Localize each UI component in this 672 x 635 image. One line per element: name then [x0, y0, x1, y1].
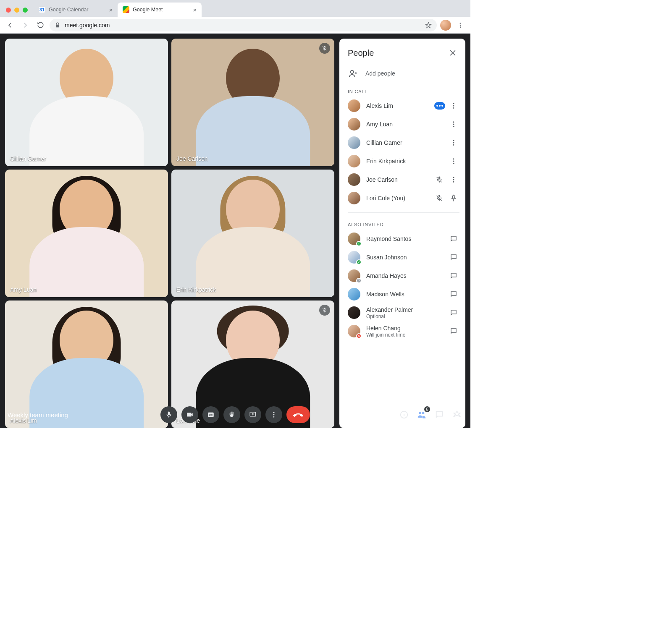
- svg-point-0: [460, 23, 461, 24]
- browser-tab-meet[interactable]: Google Meet ×: [118, 3, 202, 17]
- rsvp-yes-icon: ✓: [356, 259, 362, 265]
- participant-more-button[interactable]: [448, 174, 459, 186]
- invited-row: ✓Susan Johnson: [348, 248, 459, 267]
- svg-point-24: [273, 416, 275, 418]
- video-tile[interactable]: Joe Carlson: [171, 39, 334, 166]
- muted-icon: [433, 192, 445, 204]
- right-controls: 6: [398, 409, 463, 421]
- avatar: ✓: [348, 233, 360, 245]
- bookmark-star-icon[interactable]: [425, 22, 432, 29]
- participant-more-button[interactable]: [448, 155, 459, 167]
- tile-name-label: Joe Carlson: [176, 155, 208, 162]
- pin-button[interactable]: [448, 192, 459, 204]
- close-panel-button[interactable]: [446, 46, 459, 60]
- browser-menu-button[interactable]: [454, 19, 466, 31]
- center-controls: CC: [160, 406, 310, 423]
- svg-point-4: [453, 103, 454, 104]
- svg-point-5: [453, 105, 454, 107]
- svg-point-11: [453, 142, 454, 144]
- talking-indicator-icon: [434, 102, 445, 110]
- avatar: [348, 136, 360, 149]
- tile-name-label: Cillian Garner: [10, 155, 46, 162]
- invited-row: ✓Raymond Santos: [348, 230, 459, 248]
- chat-button[interactable]: [448, 325, 459, 337]
- lock-icon: [55, 22, 60, 28]
- captions-button[interactable]: CC: [202, 406, 219, 423]
- tile-name-label: Amy Luan: [10, 286, 37, 293]
- participant-more-button[interactable]: [448, 137, 459, 149]
- avatar: ?: [348, 269, 360, 282]
- participant-row: Joe Carlson: [348, 170, 459, 189]
- chat-button[interactable]: [448, 307, 459, 319]
- tile-name-label: Erin Kirkpatrick: [176, 286, 216, 293]
- participant-name: Helen Chang: [366, 325, 442, 332]
- tab-close-button[interactable]: ×: [193, 7, 197, 13]
- video-tile[interactable]: Erin Kirkpatrick: [171, 170, 334, 297]
- in-call-list: Alexis LimAmy LuanCillian GarnerErin Kir…: [348, 97, 459, 207]
- raise-hand-button[interactable]: [223, 406, 240, 423]
- browser-profile-avatar[interactable]: [440, 20, 451, 31]
- participant-name: Madison Wells: [366, 291, 442, 298]
- participant-count-badge: 6: [424, 406, 430, 412]
- url-text: meet.google.com: [65, 22, 110, 29]
- participant-name: Amy Luan: [366, 121, 442, 128]
- nav-back-button[interactable]: [4, 19, 16, 31]
- meeting-details-button[interactable]: [398, 409, 410, 421]
- meet-favicon-icon: [123, 6, 129, 13]
- video-tile[interactable]: Amy Luan: [5, 170, 168, 297]
- svg-point-10: [453, 140, 454, 141]
- tab-close-button[interactable]: ×: [109, 7, 113, 13]
- video-tile[interactable]: Cillian Garner: [5, 39, 168, 166]
- participant-row: Erin Kirkpatrick: [348, 152, 459, 170]
- rsvp-maybe-icon: ?: [356, 278, 362, 283]
- tab-title: Google Calendar: [49, 7, 89, 13]
- participant-name: Raymond Santos: [366, 235, 442, 242]
- add-people-button[interactable]: Add people: [348, 65, 459, 85]
- more-options-button[interactable]: [265, 406, 282, 423]
- window-minimize-button[interactable]: [14, 8, 19, 13]
- svg-point-2: [460, 26, 461, 28]
- participant-more-button[interactable]: [448, 118, 459, 130]
- nav-forward-button[interactable]: [19, 19, 31, 31]
- invited-list: ✓Raymond Santos✓Susan Johnson?Amanda Hay…: [348, 230, 459, 340]
- calendar-favicon-icon: 31: [39, 6, 45, 13]
- participant-name: Erin Kirkpatrick: [366, 158, 442, 165]
- invited-row: Alexander PalmerOptional: [348, 303, 459, 322]
- video-grid: Cillian Garner Joe Carlson Amy Luan Erin…: [5, 39, 334, 428]
- avatar: [348, 192, 360, 204]
- avatar: [348, 155, 360, 167]
- participant-name: Alexander Palmer: [366, 306, 442, 313]
- svg-text:CC: CC: [209, 414, 213, 416]
- browser-toolbar: meet.google.com: [0, 17, 470, 34]
- reload-button[interactable]: [34, 19, 46, 31]
- people-panel: People Add people IN CALL Alexis LimAmy …: [339, 39, 465, 428]
- svg-point-16: [453, 177, 454, 178]
- chat-button[interactable]: [448, 251, 459, 263]
- browser-chrome: 31 Google Calendar × Google Meet × meet.…: [0, 0, 470, 34]
- bottom-controls-bar: Weekly team meeting CC: [0, 401, 470, 428]
- leave-call-button[interactable]: [286, 406, 310, 423]
- chat-button[interactable]: [448, 233, 459, 245]
- camera-toggle-button[interactable]: [181, 406, 198, 423]
- avatar: ✓: [348, 251, 360, 264]
- browser-tab-calendar[interactable]: 31 Google Calendar ×: [34, 3, 118, 17]
- chat-panel-button[interactable]: [433, 409, 445, 421]
- chat-button[interactable]: [448, 270, 459, 282]
- address-bar[interactable]: meet.google.com: [50, 19, 437, 31]
- participant-name: Cillian Garner: [366, 139, 442, 146]
- svg-point-8: [453, 124, 454, 125]
- activities-button[interactable]: [451, 409, 463, 421]
- present-screen-button[interactable]: [244, 406, 261, 423]
- avatar: [348, 306, 360, 319]
- mic-toggle-button[interactable]: [160, 406, 177, 423]
- svg-point-17: [453, 179, 454, 180]
- window-zoom-button[interactable]: [23, 8, 28, 13]
- people-panel-button[interactable]: 6: [416, 409, 428, 421]
- invited-row: Madison Wells: [348, 285, 459, 303]
- window-close-button[interactable]: [6, 8, 11, 13]
- participant-more-button[interactable]: [448, 100, 459, 112]
- avatar: ✕: [348, 325, 360, 337]
- chat-button[interactable]: [448, 288, 459, 300]
- svg-point-12: [453, 144, 454, 146]
- tab-title: Google Meet: [133, 7, 163, 13]
